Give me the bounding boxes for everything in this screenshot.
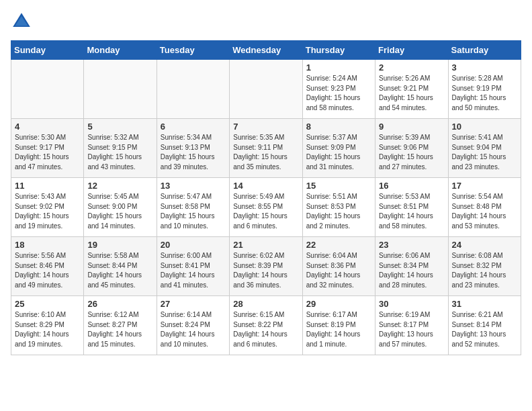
- calendar-cell: 11Sunrise: 5:43 AM Sunset: 9:02 PM Dayli…: [11, 178, 84, 237]
- day-info: Sunrise: 5:30 AM Sunset: 9:17 PM Dayligh…: [15, 133, 80, 172]
- day-number: 19: [87, 240, 152, 250]
- day-info: Sunrise: 5:56 AM Sunset: 8:46 PM Dayligh…: [15, 251, 80, 290]
- day-number: 21: [233, 240, 298, 250]
- calendar-cell: [230, 60, 302, 119]
- calendar-cell: 4Sunrise: 5:30 AM Sunset: 9:17 PM Daylig…: [11, 119, 84, 178]
- day-number: 27: [161, 299, 226, 309]
- calendar-cell: 16Sunrise: 5:53 AM Sunset: 8:51 PM Dayli…: [375, 178, 448, 237]
- day-info: Sunrise: 5:58 AM Sunset: 8:44 PM Dayligh…: [87, 251, 152, 290]
- day-info: Sunrise: 5:45 AM Sunset: 9:00 PM Dayligh…: [87, 192, 152, 231]
- day-info: Sunrise: 5:24 AM Sunset: 9:23 PM Dayligh…: [306, 74, 371, 113]
- day-number: 6: [161, 122, 226, 132]
- weekday-header: Friday: [375, 41, 448, 60]
- day-number: 13: [161, 181, 226, 191]
- day-number: 5: [87, 122, 152, 132]
- calendar-cell: [84, 60, 157, 119]
- day-number: 17: [452, 181, 517, 191]
- day-number: 8: [306, 122, 371, 132]
- calendar-cell: 7Sunrise: 5:35 AM Sunset: 9:11 PM Daylig…: [230, 119, 302, 178]
- day-info: Sunrise: 5:54 AM Sunset: 8:48 PM Dayligh…: [452, 192, 517, 231]
- calendar-cell: 9Sunrise: 5:39 AM Sunset: 9:06 PM Daylig…: [375, 119, 448, 178]
- day-number: 15: [306, 181, 371, 191]
- calendar-table: SundayMondayTuesdayWednesdayThursdayFrid…: [11, 40, 521, 355]
- calendar-cell: 6Sunrise: 5:34 AM Sunset: 9:13 PM Daylig…: [157, 119, 229, 178]
- calendar-cell: 15Sunrise: 5:51 AM Sunset: 8:53 PM Dayli…: [302, 178, 375, 237]
- day-info: Sunrise: 5:41 AM Sunset: 9:04 PM Dayligh…: [452, 133, 517, 172]
- logo: [11, 11, 35, 32]
- day-info: Sunrise: 6:14 AM Sunset: 8:24 PM Dayligh…: [161, 310, 226, 349]
- day-number: 7: [233, 122, 298, 132]
- logo-icon: [11, 11, 32, 32]
- calendar-cell: [157, 60, 229, 119]
- day-number: 22: [306, 240, 371, 250]
- calendar-cell: 2Sunrise: 5:26 AM Sunset: 9:21 PM Daylig…: [375, 60, 448, 119]
- day-number: 2: [379, 62, 444, 73]
- day-info: Sunrise: 6:17 AM Sunset: 8:19 PM Dayligh…: [306, 310, 371, 349]
- calendar-cell: 30Sunrise: 6:19 AM Sunset: 8:17 PM Dayli…: [375, 296, 448, 355]
- calendar-cell: 18Sunrise: 5:56 AM Sunset: 8:46 PM Dayli…: [11, 237, 84, 296]
- day-number: 14: [233, 181, 298, 191]
- day-number: 12: [87, 181, 152, 191]
- day-info: Sunrise: 5:26 AM Sunset: 9:21 PM Dayligh…: [379, 74, 444, 113]
- day-info: Sunrise: 5:51 AM Sunset: 8:53 PM Dayligh…: [306, 192, 371, 231]
- day-info: Sunrise: 5:28 AM Sunset: 9:19 PM Dayligh…: [452, 74, 517, 113]
- day-number: 26: [87, 299, 152, 309]
- calendar-cell: 29Sunrise: 6:17 AM Sunset: 8:19 PM Dayli…: [302, 296, 375, 355]
- calendar-cell: 25Sunrise: 6:10 AM Sunset: 8:29 PM Dayli…: [11, 296, 84, 355]
- day-info: Sunrise: 6:21 AM Sunset: 8:14 PM Dayligh…: [452, 310, 517, 349]
- calendar-cell: 28Sunrise: 6:15 AM Sunset: 8:22 PM Dayli…: [230, 296, 302, 355]
- calendar-week-row: 4Sunrise: 5:30 AM Sunset: 9:17 PM Daylig…: [11, 119, 521, 178]
- calendar-cell: 10Sunrise: 5:41 AM Sunset: 9:04 PM Dayli…: [448, 119, 521, 178]
- day-number: 16: [379, 181, 444, 191]
- day-info: Sunrise: 5:35 AM Sunset: 9:11 PM Dayligh…: [233, 133, 298, 172]
- weekday-header: Monday: [84, 41, 157, 60]
- weekday-header: Tuesday: [157, 41, 229, 60]
- weekday-header: Saturday: [448, 41, 521, 60]
- calendar-cell: 13Sunrise: 5:47 AM Sunset: 8:58 PM Dayli…: [157, 178, 229, 237]
- day-number: 9: [379, 122, 444, 132]
- day-number: 11: [15, 181, 80, 191]
- day-number: 30: [379, 299, 444, 309]
- day-info: Sunrise: 5:49 AM Sunset: 8:55 PM Dayligh…: [233, 192, 298, 231]
- day-number: 24: [452, 240, 517, 250]
- day-info: Sunrise: 6:04 AM Sunset: 8:36 PM Dayligh…: [306, 251, 371, 290]
- day-info: Sunrise: 6:02 AM Sunset: 8:39 PM Dayligh…: [233, 251, 298, 290]
- day-number: 4: [15, 122, 80, 132]
- day-number: 10: [452, 122, 517, 132]
- calendar-cell: 5Sunrise: 5:32 AM Sunset: 9:15 PM Daylig…: [84, 119, 157, 178]
- calendar-cell: [11, 60, 84, 119]
- day-info: Sunrise: 5:53 AM Sunset: 8:51 PM Dayligh…: [379, 192, 444, 231]
- day-number: 28: [233, 299, 298, 309]
- day-number: 18: [15, 240, 80, 250]
- day-info: Sunrise: 6:08 AM Sunset: 8:32 PM Dayligh…: [452, 251, 517, 290]
- day-number: 1: [306, 62, 371, 73]
- weekday-header: Thursday: [302, 41, 375, 60]
- calendar-cell: 26Sunrise: 6:12 AM Sunset: 8:27 PM Dayli…: [84, 296, 157, 355]
- weekday-header: Wednesday: [230, 41, 302, 60]
- calendar-week-row: 1Sunrise: 5:24 AM Sunset: 9:23 PM Daylig…: [11, 60, 521, 119]
- calendar-cell: 24Sunrise: 6:08 AM Sunset: 8:32 PM Dayli…: [448, 237, 521, 296]
- day-info: Sunrise: 6:06 AM Sunset: 8:34 PM Dayligh…: [379, 251, 444, 290]
- day-info: Sunrise: 5:37 AM Sunset: 9:09 PM Dayligh…: [306, 133, 371, 172]
- calendar-week-row: 25Sunrise: 6:10 AM Sunset: 8:29 PM Dayli…: [11, 296, 521, 355]
- page-header: [11, 11, 521, 32]
- calendar-cell: 23Sunrise: 6:06 AM Sunset: 8:34 PM Dayli…: [375, 237, 448, 296]
- calendar-cell: 21Sunrise: 6:02 AM Sunset: 8:39 PM Dayli…: [230, 237, 302, 296]
- calendar-cell: 22Sunrise: 6:04 AM Sunset: 8:36 PM Dayli…: [302, 237, 375, 296]
- calendar-week-row: 18Sunrise: 5:56 AM Sunset: 8:46 PM Dayli…: [11, 237, 521, 296]
- calendar-week-row: 11Sunrise: 5:43 AM Sunset: 9:02 PM Dayli…: [11, 178, 521, 237]
- day-info: Sunrise: 5:43 AM Sunset: 9:02 PM Dayligh…: [15, 192, 80, 231]
- day-info: Sunrise: 5:39 AM Sunset: 9:06 PM Dayligh…: [379, 133, 444, 172]
- day-info: Sunrise: 6:10 AM Sunset: 8:29 PM Dayligh…: [15, 310, 80, 349]
- calendar-cell: 27Sunrise: 6:14 AM Sunset: 8:24 PM Dayli…: [157, 296, 229, 355]
- day-number: 31: [452, 299, 517, 309]
- calendar-cell: 8Sunrise: 5:37 AM Sunset: 9:09 PM Daylig…: [302, 119, 375, 178]
- day-info: Sunrise: 5:34 AM Sunset: 9:13 PM Dayligh…: [161, 133, 226, 172]
- day-info: Sunrise: 5:47 AM Sunset: 8:58 PM Dayligh…: [161, 192, 226, 231]
- day-info: Sunrise: 6:12 AM Sunset: 8:27 PM Dayligh…: [87, 310, 152, 349]
- calendar-cell: 19Sunrise: 5:58 AM Sunset: 8:44 PM Dayli…: [84, 237, 157, 296]
- day-info: Sunrise: 6:19 AM Sunset: 8:17 PM Dayligh…: [379, 310, 444, 349]
- day-number: 25: [15, 299, 80, 309]
- calendar-cell: 17Sunrise: 5:54 AM Sunset: 8:48 PM Dayli…: [448, 178, 521, 237]
- day-info: Sunrise: 6:00 AM Sunset: 8:41 PM Dayligh…: [161, 251, 226, 290]
